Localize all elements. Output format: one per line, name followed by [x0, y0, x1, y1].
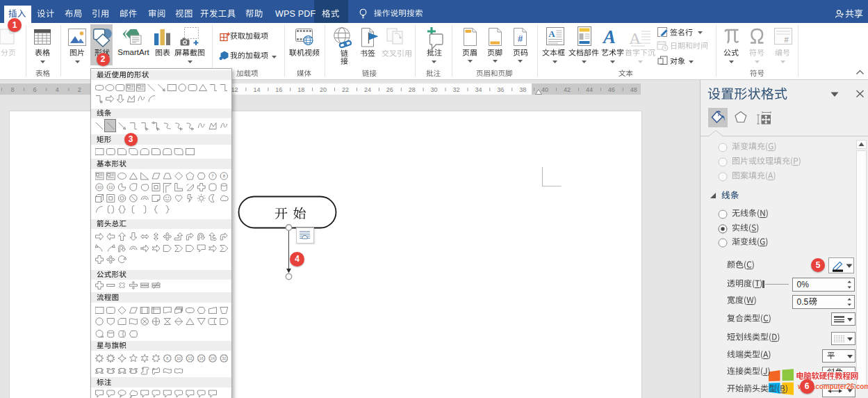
svg-text:22: 22: [342, 86, 349, 93]
svg-text:32: 32: [222, 356, 226, 360]
svg-text:18: 18: [297, 86, 304, 93]
svg-text:36: 36: [497, 86, 504, 93]
svg-text:40: 40: [541, 86, 548, 93]
svg-text:10: 10: [97, 185, 102, 189]
svg-text:32: 32: [452, 86, 459, 93]
svg-text:12: 12: [108, 185, 113, 189]
svg-text:34: 34: [475, 86, 482, 93]
svg-text:A: A: [629, 29, 641, 47]
svg-text:24: 24: [211, 356, 215, 360]
svg-text:28: 28: [409, 86, 416, 93]
svg-text:14: 14: [253, 86, 260, 93]
svg-text:42: 42: [564, 86, 571, 93]
svg-text:10: 10: [177, 356, 181, 360]
svg-text:A: A: [548, 29, 555, 39]
svg-text:4: 4: [56, 86, 59, 93]
svg-text:30: 30: [431, 86, 438, 93]
svg-text:#: #: [517, 33, 523, 44]
svg-text:16: 16: [199, 356, 204, 360]
svg-text:20: 20: [320, 86, 327, 93]
svg-text:8: 8: [166, 356, 168, 360]
svg-text:8: 8: [223, 174, 226, 178]
svg-text:6: 6: [33, 86, 37, 93]
svg-text:46: 46: [608, 86, 615, 93]
svg-text:38: 38: [519, 86, 526, 93]
svg-text:44: 44: [586, 86, 593, 93]
svg-text:26: 26: [386, 86, 393, 93]
svg-text:24: 24: [364, 86, 371, 93]
svg-text:7: 7: [211, 174, 214, 178]
svg-text:16: 16: [275, 86, 282, 93]
svg-text:48: 48: [630, 86, 637, 93]
svg-text:#: #: [784, 35, 788, 43]
svg-text:2: 2: [78, 86, 81, 93]
svg-text:8: 8: [10, 86, 14, 93]
svg-text:12: 12: [188, 356, 193, 360]
